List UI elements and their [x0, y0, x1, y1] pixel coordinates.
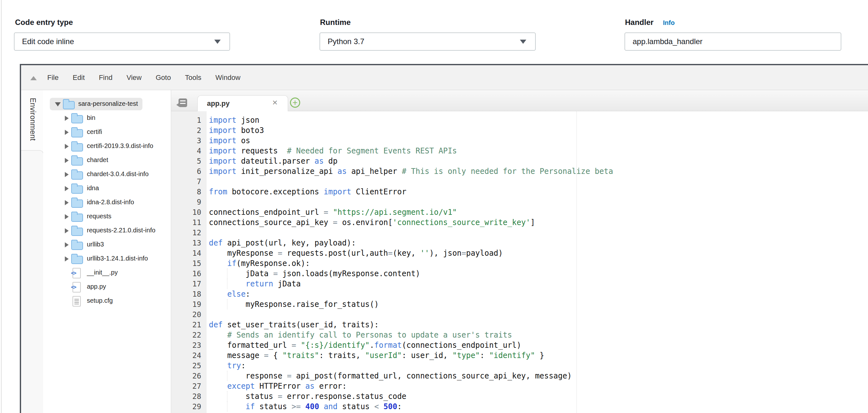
line-number: 8	[171, 187, 207, 197]
code-entry-type-label: Code entry type	[15, 18, 73, 27]
caret-right-icon[interactable]	[65, 144, 69, 149]
line-number: 20	[171, 309, 207, 320]
code-line-28: status = error.response.status_code	[209, 391, 868, 402]
caret-right-icon[interactable]	[65, 130, 69, 135]
python-file-icon	[72, 268, 81, 278]
line-number-gutter: 1234567891011121314151617181920212223242…	[171, 111, 207, 413]
folder-icon	[71, 213, 83, 222]
new-tab-button[interactable]: +	[290, 97, 300, 108]
tab-list-icon[interactable]	[179, 98, 187, 107]
code-editor[interactable]: import jsonimport boto3import osimport r…	[207, 111, 868, 413]
code-line-1: import json	[209, 115, 868, 125]
folder-icon	[71, 200, 83, 208]
code-line-9	[209, 197, 868, 207]
handler-input[interactable]	[633, 37, 832, 46]
environment-sidebar: Environment	[21, 90, 43, 413]
tree-item-urllib3-1.24.1.dist-info[interactable]: urllib3-1.24.1.dist-info	[43, 252, 171, 266]
caret-right-icon[interactable]	[65, 186, 69, 191]
caret-down-icon[interactable]	[55, 102, 61, 107]
code-line-3: import os	[209, 136, 868, 146]
tree-item-urllib3[interactable]: urllib3	[43, 238, 171, 252]
code-line-21: def set_user_traits(user_id, traits):	[209, 320, 868, 330]
tree-item-label: setup.cfg	[87, 297, 113, 304]
code-line-5: import dateutil.parser as dp	[209, 156, 868, 166]
menu-edit[interactable]: Edit	[72, 73, 85, 82]
folder-icon	[71, 115, 83, 123]
folder-icon	[63, 101, 75, 109]
tree-item-__init__.py[interactable]: __init__.py	[43, 266, 171, 280]
code-line-16: jData = json.loads(myResponse.content)	[209, 268, 868, 279]
code-line-10: connections_endpoint_url = "https://api.…	[209, 207, 868, 217]
menu-tools[interactable]: Tools	[185, 73, 201, 82]
indent-guide	[227, 279, 227, 289]
tree-item-app.py[interactable]: app.py	[43, 280, 171, 294]
caret-right-icon[interactable]	[65, 228, 69, 233]
code-entry-type-value: Edit code inline	[22, 37, 214, 46]
environment-tab[interactable]: Environment	[28, 98, 37, 141]
line-number: 12	[171, 228, 207, 238]
line-number: 25	[171, 361, 207, 371]
tree-item-chardet[interactable]: chardet	[43, 153, 171, 168]
code-line-7	[209, 176, 868, 187]
line-number: 27	[171, 381, 207, 391]
line-number: 11	[171, 217, 207, 228]
line-number: 23	[171, 340, 207, 350]
tree-item-requests[interactable]: requests	[43, 210, 171, 224]
tree-item-requests-2.21.0.dist-info[interactable]: requests-2.21.0.dist-info	[43, 224, 171, 238]
indent-guide	[227, 391, 227, 402]
code-line-27: except HTTPError as error:	[209, 381, 868, 391]
line-number: 3	[171, 136, 207, 146]
line-number: 13	[171, 238, 207, 248]
caret-right-icon[interactable]	[65, 200, 69, 205]
tree-item-label: bin	[87, 114, 95, 121]
tree-item-certifi[interactable]: certifi	[43, 125, 171, 139]
tree-item-bin[interactable]: bin	[43, 111, 171, 125]
tree-item-label: idna-2.8.dist-info	[87, 199, 134, 206]
code-line-19: myResponse.raise_for_status()	[209, 299, 868, 309]
tree-item-certifi-2019.3.9.dist-info[interactable]: certifi-2019.3.9.dist-info	[43, 139, 171, 153]
caret-right-icon[interactable]	[65, 214, 69, 219]
tree-item-label: app.py	[87, 283, 106, 290]
caret-right-icon[interactable]	[65, 158, 69, 163]
tab-close-icon[interactable]: ×	[272, 98, 278, 107]
line-number: 17	[171, 279, 207, 289]
tree-item-sara-personalize-test[interactable]: sara-personalize-test	[43, 97, 171, 111]
tree-item-label: idna	[87, 184, 99, 192]
caret-right-icon[interactable]	[65, 256, 69, 262]
tree-item-label: requests-2.21.0.dist-info	[87, 227, 156, 234]
tab-label: app.py	[207, 99, 229, 108]
menu-window[interactable]: Window	[216, 73, 241, 82]
menu-view[interactable]: View	[126, 73, 142, 82]
code-entry-type-select[interactable]: Edit code inline	[14, 33, 230, 51]
tree-item-idna-2.8.dist-info[interactable]: idna-2.8.dist-info	[43, 196, 171, 210]
code-line-29: if status >= 400 and status < 500:	[209, 402, 868, 412]
menu-find[interactable]: Find	[99, 73, 113, 82]
tree-item-label: urllib3-1.24.1.dist-info	[87, 255, 148, 262]
folder-icon	[71, 242, 83, 250]
line-number: 10	[171, 207, 207, 217]
lambda-function-code-panel: Code entry type Edit code inline Runtime…	[0, 0, 868, 413]
tree-item-chardet-3.0.4.dist-info[interactable]: chardet-3.0.4.dist-info	[43, 168, 171, 182]
card-left-edge	[1, 0, 2, 413]
handler-label: Handler	[625, 18, 653, 27]
caret-right-icon[interactable]	[65, 172, 69, 177]
code-line-13: def api_post(url, key, payload):	[209, 238, 868, 248]
caret-right-icon[interactable]	[65, 116, 69, 121]
indent-guide	[227, 299, 227, 309]
runtime-select[interactable]: Python 3.7	[320, 33, 535, 51]
menu-goto[interactable]: Goto	[156, 73, 171, 82]
tree-item-idna[interactable]: idna	[43, 182, 171, 196]
code-line-22: # Sends an identify call to Personas to …	[209, 330, 868, 340]
folder-icon	[71, 171, 83, 180]
tree-item-label: certifi	[87, 128, 102, 136]
handler-info-link[interactable]: Info	[663, 19, 675, 27]
code-line-24: message = { "traits": traits, "userId": …	[209, 350, 868, 361]
code-line-15: if(myResponse.ok):	[209, 258, 868, 268]
caret-right-icon[interactable]	[65, 242, 69, 247]
menu-file[interactable]: File	[47, 73, 58, 82]
tab-app-py[interactable]: app.py ×	[197, 95, 288, 112]
code-line-18: else:	[209, 289, 868, 299]
folder-icon	[71, 185, 83, 194]
collapse-editor-icon[interactable]	[30, 76, 37, 80]
tree-item-setup.cfg[interactable]: setup.cfg	[43, 294, 171, 308]
